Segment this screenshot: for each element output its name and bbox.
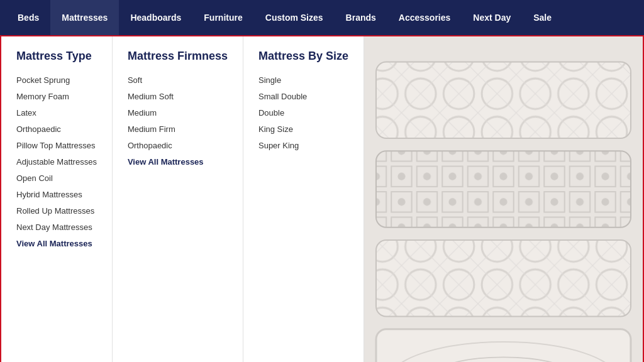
firmness-medium-soft[interactable]: Medium Soft (128, 89, 228, 105)
svg-rect-10 (376, 240, 631, 317)
nav-item-headboards[interactable]: Headboards (119, 0, 192, 35)
size-super-king[interactable]: Super King (258, 138, 348, 154)
mattress-type-orthopaedic[interactable]: Orthopaedic (16, 121, 97, 138)
size-small-double[interactable]: Small Double (258, 89, 348, 105)
mattress-type-pocket-sprung[interactable]: Pocket Sprung (16, 72, 97, 89)
size-single[interactable]: Single (258, 72, 348, 89)
mattress-type-view-all[interactable]: View All Mattresses (16, 236, 97, 252)
firmness-soft[interactable]: Soft (128, 72, 228, 89)
svg-rect-9 (376, 151, 631, 228)
mattress-type-header: Mattress Type (16, 49, 97, 63)
mattress-image-panel (364, 36, 643, 362)
firmness-medium-firm[interactable]: Medium Firm (128, 121, 228, 138)
mattress-type-adjustable[interactable]: Adjustable Mattresses (16, 154, 97, 170)
firmness-orthopaedic[interactable]: Orthopaedic (128, 138, 228, 154)
nav-item-sale[interactable]: Sale (522, 0, 563, 35)
mattress-size-column: Mattress By Size Single Small Double Dou… (243, 36, 364, 362)
nav-item-custom-sizes[interactable]: Custom Sizes (254, 0, 335, 35)
firmness-medium[interactable]: Medium (128, 105, 228, 121)
mattress-type-pillow-top[interactable]: Pillow Top Mattresses (16, 138, 97, 154)
nav-item-accessories[interactable]: Accessories (387, 0, 462, 35)
nav-item-brands[interactable]: Brands (335, 0, 387, 35)
mattress-type-next-day[interactable]: Next Day Mattresses (16, 219, 97, 236)
mattresses-dropdown: Mattress Type Pocket Sprung Memory Foam … (0, 35, 644, 362)
nav-item-furniture[interactable]: Furniture (192, 0, 253, 35)
size-king[interactable]: King Size (258, 121, 348, 138)
mattress-type-hybrid[interactable]: Hybrid Mattresses (16, 187, 97, 203)
mattress-size-header: Mattress By Size (258, 49, 348, 63)
nav-item-mattresses[interactable]: Mattresses (50, 0, 119, 35)
mattress-firmness-header: Mattress Firmness (128, 49, 228, 63)
mattress-type-latex[interactable]: Latex (16, 105, 97, 121)
mattress-type-rolled-up[interactable]: Rolled Up Mattresses (16, 203, 97, 219)
firmness-view-all[interactable]: View All Mattresses (128, 154, 228, 170)
nav-item-beds[interactable]: Beds (6, 0, 50, 35)
main-navigation: Beds Mattresses Headboards Furniture Cus… (0, 0, 644, 35)
mattress-type-column: Mattress Type Pocket Sprung Memory Foam … (1, 36, 113, 362)
size-double[interactable]: Double (258, 105, 348, 121)
mattress-firmness-column: Mattress Firmness Soft Medium Soft Mediu… (113, 36, 243, 362)
svg-rect-8 (376, 62, 631, 139)
nav-item-next-day[interactable]: Next Day (462, 0, 522, 35)
mattress-type-open-coil[interactable]: Open Coil (16, 170, 97, 187)
mattress-type-memory-foam[interactable]: Memory Foam (16, 89, 97, 105)
